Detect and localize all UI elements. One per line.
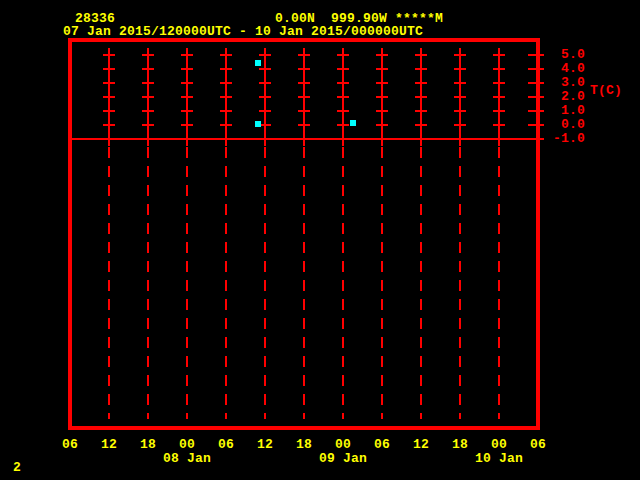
date-label: 08 Jan: [162, 452, 212, 465]
y-tick-label: 4.0: [540, 62, 585, 75]
y-tick-label: 0.0: [540, 118, 585, 131]
meteogram-screen: 28336 0.00N 999.90W *****M 07 Jan 2015/1…: [0, 0, 640, 480]
hour-label: 12: [93, 438, 125, 451]
hour-label: 00: [483, 438, 515, 451]
data-point-marker: [350, 120, 356, 126]
data-point-marker: [255, 60, 261, 66]
y-tick-label: 1.0: [540, 104, 585, 117]
y-tick-label: 2.0: [540, 90, 585, 103]
date-label: 10 Jan: [474, 452, 524, 465]
hour-label: 06: [366, 438, 398, 451]
y-tick-label: -1.0: [540, 132, 585, 145]
y-tick-label: 5.0: [540, 48, 585, 61]
hour-label: 18: [444, 438, 476, 451]
y-tick-label: 3.0: [540, 76, 585, 89]
y-axis-label: T(C): [590, 84, 622, 97]
hour-label: 18: [288, 438, 320, 451]
hour-label: 00: [171, 438, 203, 451]
hour-label: 06: [522, 438, 554, 451]
page-number: 2: [13, 461, 21, 474]
hour-label: 12: [405, 438, 437, 451]
hour-label: 00: [327, 438, 359, 451]
hour-label: 06: [54, 438, 86, 451]
date-label: 09 Jan: [318, 452, 368, 465]
hour-label: 18: [132, 438, 164, 451]
data-point-marker: [255, 121, 261, 127]
hour-label: 12: [249, 438, 281, 451]
hour-label: 06: [210, 438, 242, 451]
